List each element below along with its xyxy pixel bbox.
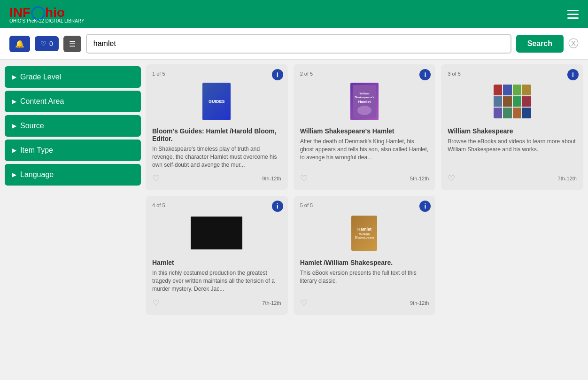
info-button[interactable]: i: [272, 201, 283, 212]
card-title: Hamlet /William Shakespeare.: [300, 259, 429, 266]
filter-content-area[interactable]: ▶ Content Area: [5, 91, 141, 112]
svg-point-4: [357, 106, 371, 115]
card-grade: 9th-12th: [410, 300, 429, 306]
favorite-button[interactable]: ♡: [152, 298, 160, 308]
card-description: Browse the eBooks and videos to learn mo…: [448, 138, 577, 169]
logo-subtitle: OHIO'S PreK-12 DIGITAL LIBRARY: [9, 18, 85, 23]
card-count: 4 of 5: [152, 202, 281, 208]
book-cover: Hamlet William Shakespeare: [351, 216, 377, 251]
book-cover: [494, 85, 531, 118]
card-grade: 7th-12th: [558, 176, 577, 181]
header: INF◯hio OHIO'S PreK-12 DIGITAL LIBRARY: [0, 0, 588, 28]
card-grade: 5th-12th: [410, 176, 429, 181]
card-footer: ♡ 9th-12th: [152, 173, 281, 184]
result-card: 4 of 5 i Hamlet In this richly costumed …: [146, 196, 288, 314]
logo-power: ◯: [31, 5, 45, 20]
card-count: 5 of 5: [300, 202, 429, 208]
filter-source-label: Source: [20, 122, 44, 130]
card-image: [448, 80, 577, 123]
main-content: ▶ Grade Level ▶ Content Area ▶ Source ▶ …: [0, 60, 588, 319]
card-footer: ♡ 7th-12th: [152, 298, 281, 308]
favorite-button[interactable]: ♡: [448, 173, 455, 184]
filter-content-area-label: Content Area: [20, 97, 64, 106]
card-footer: ♡ 9th-12th: [300, 298, 429, 308]
svg-text:Hamlet: Hamlet: [358, 100, 371, 104]
heart-icon: ♡: [40, 40, 46, 47]
card-count: 1 of 5: [152, 71, 281, 77]
favorite-button[interactable]: ♡: [300, 298, 308, 308]
filter-source[interactable]: ▶ Source: [5, 115, 141, 137]
logo-hio: hio: [45, 5, 65, 20]
filter-grade-level-label: Grade Level: [20, 73, 61, 81]
card-count: 2 of 5: [300, 71, 429, 77]
filter-item-type-label: Item Type: [20, 146, 53, 155]
card-description: In this richly costumed production the g…: [152, 269, 281, 293]
arrow-icon: ▶: [12, 98, 16, 105]
search-container: [86, 34, 511, 54]
card-footer: ♡ 5th-12th: [300, 173, 429, 184]
card-description: This eBook version presents the full tex…: [300, 269, 429, 293]
book-cover: GUIDES: [202, 83, 231, 120]
card-image: [152, 212, 281, 254]
logo: INF◯hio OHIO'S PreK-12 DIGITAL LIBRARY: [9, 5, 85, 23]
arrow-icon: ▶: [12, 123, 16, 129]
favorite-button[interactable]: ♡: [300, 173, 308, 184]
card-title: Hamlet: [152, 259, 281, 266]
sidebar: ▶ Grade Level ▶ Content Area ▶ Source ▶ …: [5, 66, 141, 315]
filter-grade-level[interactable]: ▶ Grade Level: [5, 66, 141, 88]
info-button[interactable]: i: [272, 69, 283, 80]
filter-item-type[interactable]: ▶ Item Type: [5, 140, 141, 161]
info-button[interactable]: i: [567, 69, 579, 80]
result-card: 5 of 5 i Hamlet William Shakespeare Haml…: [294, 196, 436, 314]
result-card: 3 of 5 i William Shakespeare Browse the …: [441, 64, 583, 190]
info-button[interactable]: i: [419, 201, 431, 212]
svg-text:Shakespeare's: Shakespeare's: [355, 96, 374, 99]
favorites-count: 0: [49, 40, 53, 47]
card-grade: 9th-12th: [262, 176, 281, 181]
results-grid: 1 of 5 i GUIDES Bloom's Guides: Hamlet /…: [146, 64, 583, 315]
book-cover: [191, 217, 242, 249]
search-input[interactable]: [86, 34, 511, 54]
hamburger-menu[interactable]: [567, 10, 579, 19]
card-image: William Shakespeare's Hamlet: [300, 80, 429, 123]
card-footer: ♡ 7th-12th: [448, 173, 577, 184]
card-image: GUIDES: [152, 80, 281, 123]
card-title: William Shakespeare: [448, 127, 577, 135]
favorite-button[interactable]: ♡: [152, 173, 160, 184]
logo-inf: INF: [9, 5, 31, 20]
bell-icon: 🔔: [15, 39, 24, 48]
card-grade: 7th-12th: [262, 300, 281, 306]
card-description: In Shakespeare's timeless play of truth …: [152, 145, 281, 169]
bell-button[interactable]: 🔔: [9, 36, 30, 52]
book-cover: William Shakespeare's Hamlet: [350, 83, 379, 120]
svg-text:William: William: [360, 92, 370, 95]
arrow-icon: ▶: [12, 74, 16, 80]
card-title: William Shakespeare's Hamlet: [300, 127, 429, 135]
list-button[interactable]: ☰: [63, 36, 81, 52]
result-card: 2 of 5 i William Shakespeare's Hamlet Wi…: [294, 64, 436, 190]
arrow-icon: ▶: [12, 147, 16, 154]
result-card: 1 of 5 i GUIDES Bloom's Guides: Hamlet /…: [146, 64, 288, 190]
card-image: Hamlet William Shakespeare: [300, 212, 429, 254]
filter-language-label: Language: [20, 171, 54, 179]
clear-button[interactable]: ⓧ: [568, 37, 579, 51]
toolbar: 🔔 ♡ 0 ☰ Search ⓧ: [0, 28, 588, 60]
list-icon: ☰: [69, 39, 76, 48]
arrow-icon: ▶: [12, 171, 16, 178]
search-button[interactable]: Search: [516, 35, 564, 53]
card-description: After the death of Denmark's King Hamlet…: [300, 138, 429, 169]
card-title: Bloom's Guides: Hamlet /Harold Bloom, Ed…: [152, 127, 281, 142]
info-button[interactable]: i: [419, 69, 431, 80]
card-count: 3 of 5: [448, 71, 577, 77]
filter-language[interactable]: ▶ Language: [5, 164, 141, 186]
favorites-button[interactable]: ♡ 0: [35, 36, 59, 51]
